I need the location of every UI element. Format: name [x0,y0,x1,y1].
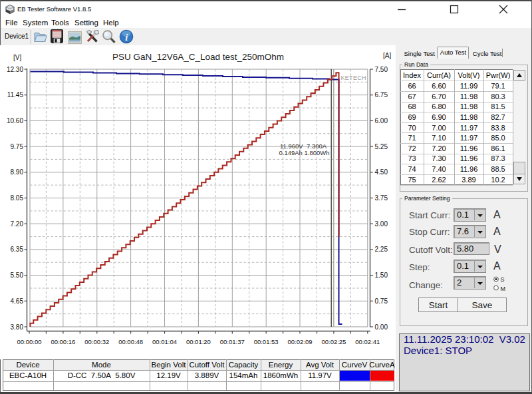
svg-text:0.149Ah 1.800Wh: 0.149Ah 1.800Wh [279,149,330,156]
svg-text:3.00: 3.00 [375,220,388,228]
svg-text:00:02:41: 00:02:41 [355,338,380,345]
svg-text:9.75: 9.75 [11,143,24,150]
svg-text:0.00: 0.00 [375,323,388,331]
svg-text:8.90: 8.90 [11,168,24,176]
svg-text:5.25: 5.25 [375,143,388,150]
svg-text:8.05: 8.05 [11,194,24,202]
svg-text:00:02:25: 00:02:25 [321,338,346,345]
svg-text:00:00:48: 00:00:48 [118,338,143,345]
svg-text:1.50: 1.50 [375,272,388,279]
svg-text:00:01:04: 00:01:04 [152,338,177,345]
svg-text:00:02:09: 00:02:09 [288,338,313,345]
svg-text:00:01:20: 00:01:20 [186,338,211,345]
svg-text:PSU GaN_12V6A_C_Load test_250m: PSU GaN_12V6A_C_Load test_250mOhm [112,52,284,62]
svg-text:00:01:53: 00:01:53 [254,338,279,345]
svg-text:0.75: 0.75 [375,297,388,305]
svg-text:4.50: 4.50 [375,168,388,176]
svg-text:6.75: 6.75 [375,91,388,98]
svg-text:5.50: 5.50 [11,272,24,279]
svg-text:11.45: 11.45 [7,91,24,98]
svg-text:[V]: [V] [13,54,21,61]
svg-text:6.00: 6.00 [375,117,388,124]
svg-text:11.960V 7.300A: 11.960V 7.300A [280,142,327,150]
svg-text:00:00:32: 00:00:32 [84,338,109,345]
svg-text:12.30: 12.30 [7,66,23,73]
svg-text:KETECH: KETECH [341,75,366,81]
svg-text:00:00:00: 00:00:00 [17,338,42,345]
svg-text:S: S [501,276,505,283]
svg-text:3.80: 3.80 [11,323,24,331]
svg-text:00:00:16: 00:00:16 [51,338,75,345]
svg-text:10.60: 10.60 [7,117,23,124]
svg-text:3.75: 3.75 [375,194,388,202]
svg-text:6.35: 6.35 [11,246,24,253]
svg-text:M: M [501,286,506,292]
svg-text:00:01:37: 00:01:37 [220,338,245,345]
svg-text:7.50: 7.50 [375,66,388,73]
svg-text:2.25: 2.25 [375,246,388,253]
svg-text:i: i [125,32,128,43]
svg-text:[A]: [A] [383,52,391,59]
svg-text:4.65: 4.65 [11,297,24,305]
svg-text:7.20: 7.20 [11,220,24,228]
